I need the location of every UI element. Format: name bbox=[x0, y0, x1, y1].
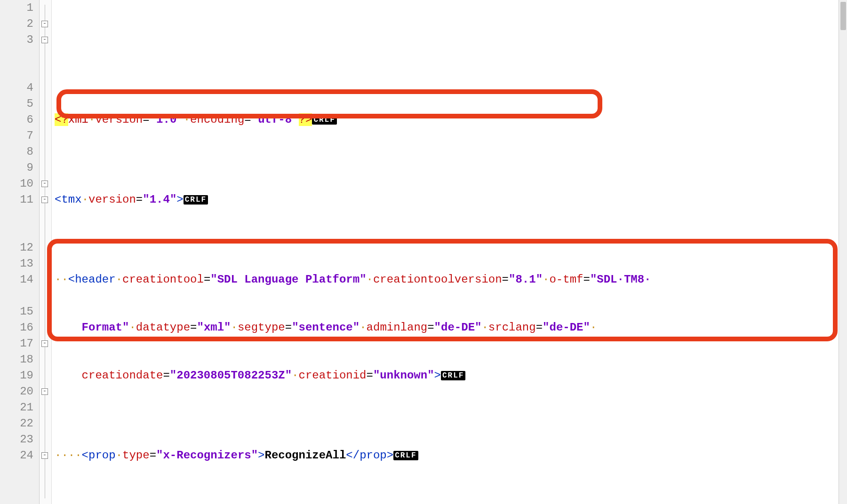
line-number: 20 bbox=[0, 384, 33, 400]
line-number: 21 bbox=[0, 400, 33, 416]
code-line[interactable]: <?xml·version="1.0"·encoding="utf-8"?>CR… bbox=[55, 112, 847, 128]
line-number: 24 bbox=[0, 448, 33, 464]
fold-toggle[interactable]: - bbox=[41, 21, 48, 27]
line-number: 16 bbox=[0, 320, 33, 336]
line-number: 11 bbox=[0, 192, 33, 208]
line-number: 9 bbox=[0, 160, 33, 176]
line-number: 18 bbox=[0, 352, 33, 368]
code-line[interactable]: <tmx·version="1.4">CRLF bbox=[55, 192, 847, 208]
fold-toggle[interactable]: - bbox=[41, 452, 48, 459]
code-area[interactable]: <?xml·version="1.0"·encoding="utf-8"?>CR… bbox=[52, 0, 847, 504]
code-line[interactable]: ··<header·creationtool="SDL Language Pla… bbox=[55, 272, 847, 288]
line-number bbox=[0, 48, 33, 80]
line-number: 6 bbox=[0, 112, 33, 128]
line-number: 12 bbox=[0, 240, 33, 256]
line-number: 4 bbox=[0, 80, 33, 96]
line-number: 13 bbox=[0, 256, 33, 272]
line-number: 23 bbox=[0, 432, 33, 448]
line-number: 1 bbox=[0, 0, 33, 16]
code-line-wrap[interactable]: creationdate="20230805T082253Z"·creation… bbox=[55, 368, 847, 384]
code-editor[interactable]: 1 2 3 4 5 6 7 8 9 10 11 12 13 14 15 16 1… bbox=[0, 0, 847, 504]
line-number bbox=[0, 288, 33, 304]
fold-toggle[interactable]: - bbox=[41, 37, 48, 43]
line-number: 19 bbox=[0, 368, 33, 384]
code-line-wrap[interactable]: Format"·datatype="xml"·segtype="sentence… bbox=[55, 320, 847, 336]
line-number: 3 bbox=[0, 32, 33, 48]
line-number: 14 bbox=[0, 272, 33, 288]
line-number: 7 bbox=[0, 128, 33, 144]
scrollbar-thumb[interactable] bbox=[840, 2, 846, 30]
crlf-marker: CRLF bbox=[312, 115, 336, 125]
line-number: 8 bbox=[0, 144, 33, 160]
fold-toggle[interactable]: - bbox=[41, 388, 48, 395]
code-line[interactable]: ····<prop·type="x-Recognizers">Recognize… bbox=[55, 448, 847, 464]
line-number: 10 bbox=[0, 176, 33, 192]
line-number: 22 bbox=[0, 416, 33, 432]
line-number bbox=[0, 208, 33, 240]
line-number: 5 bbox=[0, 96, 33, 112]
fold-column: - - - - - - - bbox=[40, 0, 52, 504]
vertical-scrollbar[interactable] bbox=[839, 0, 847, 504]
line-number-gutter: 1 2 3 4 5 6 7 8 9 10 11 12 13 14 15 16 1… bbox=[0, 0, 40, 504]
line-number: 15 bbox=[0, 304, 33, 320]
line-number: 2 bbox=[0, 16, 33, 32]
line-number: 17 bbox=[0, 336, 33, 352]
fold-toggle[interactable]: - bbox=[41, 340, 48, 347]
fold-toggle[interactable]: - bbox=[41, 181, 48, 187]
fold-toggle[interactable]: - bbox=[41, 197, 48, 203]
